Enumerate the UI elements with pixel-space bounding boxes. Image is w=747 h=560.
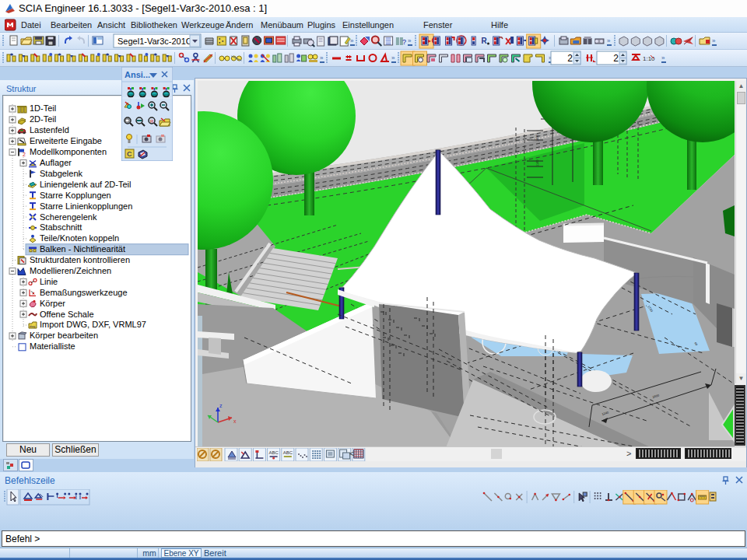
svg-text:Segel1-Var3c-201C: Segel1-Var3c-201C <box>117 37 192 46</box>
svg-text:»: » <box>607 37 611 44</box>
svg-text:C: C <box>127 150 132 158</box>
svg-text:R: R <box>150 119 154 124</box>
svg-text:»: » <box>391 54 395 61</box>
svg-text:R: R <box>482 37 488 45</box>
svg-text:1490: 1490 <box>535 134 539 142</box>
svg-text:?: ? <box>402 38 406 46</box>
svg-text:»: » <box>661 54 665 61</box>
svg-text:z: z <box>219 403 223 408</box>
svg-text:»: » <box>350 37 354 44</box>
svg-text:2: 2 <box>613 53 619 64</box>
svg-text:1140: 1140 <box>535 159 539 166</box>
svg-text:1:10: 1:10 <box>643 55 655 62</box>
svg-text:»: » <box>320 54 324 61</box>
svg-text:x: x <box>233 418 237 424</box>
svg-text:Ansi...: Ansi... <box>124 70 150 79</box>
svg-text:»: » <box>712 37 716 44</box>
svg-text:2: 2 <box>567 53 573 64</box>
svg-text:ABC: ABC <box>283 450 293 455</box>
svg-text:ABC: ABC <box>269 450 279 455</box>
svg-text:»: » <box>408 37 412 44</box>
